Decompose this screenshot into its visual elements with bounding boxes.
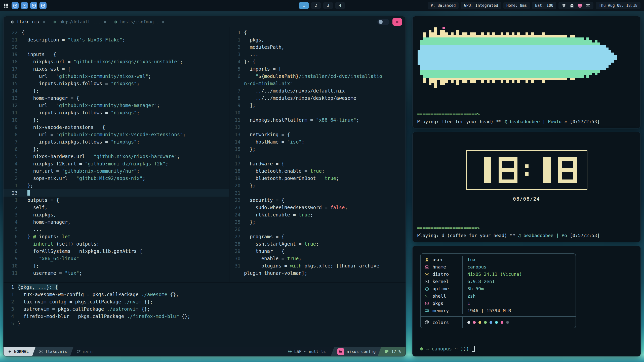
code-text: tux-nvim-config = pkgs.callPackage ./nvi… <box>18 298 153 305</box>
line-number: 1 <box>4 291 18 298</box>
workspace-button-1[interactable]: 1 <box>299 2 309 9</box>
window-controls <box>377 18 402 26</box>
fetch-label-cell: pkgs <box>421 300 463 307</box>
code-text: home-manager = { <box>22 95 79 102</box>
launcher-icon[interactable] <box>4 3 9 8</box>
code-text: }: { <box>244 58 256 65</box>
text-segment: nixos-hardware.url = <box>22 154 94 159</box>
code-line: 1 outputs = { <box>4 197 229 204</box>
pane-flake-nix[interactable]: 22{21 description = "tux's NixOS Flake";… <box>4 27 229 282</box>
workspace-button-3[interactable]: 3 <box>323 2 333 9</box>
line-number: 18 <box>4 58 22 65</box>
fetch-value: tux <box>463 256 476 263</box>
workspace-button-4[interactable]: 4 <box>335 2 345 9</box>
text-segment: {}; <box>179 313 190 319</box>
code-text: firefox-mod-blur = pkgs.callPackage ./fi… <box>18 313 190 320</box>
viz-bar <box>553 20 556 95</box>
fetch-label: distro <box>432 272 449 277</box>
text-segment: Playing: d (coffee for your head) ** <box>417 233 518 238</box>
code-line: 23 <box>4 189 229 197</box>
code-line: 13 home-manager = { <box>4 95 229 102</box>
git-branch: main <box>74 347 97 356</box>
taskbar-item-2[interactable] <box>21 2 28 9</box>
code-line: 2 modulesPath, <box>229 43 406 51</box>
viz-bar <box>514 20 517 95</box>
line-number: 26 <box>229 226 244 233</box>
code-line: 9 ]; <box>229 102 406 109</box>
text-segment: inputs.nixpkgs.follows = <box>22 81 111 86</box>
editor-tab[interactable]: flake.nix <box>7 18 49 26</box>
clock-module[interactable]: Thu Aug 08, 18:18 <box>596 2 640 9</box>
taskbar-item-1[interactable] <box>12 2 19 9</box>
text-segment: "github:Mic92/sops-nix" <box>76 175 142 181</box>
line-number: 5 <box>4 153 22 160</box>
text-segment: Playing: ffee for your head) ** <box>417 119 504 124</box>
code-line: 3 astronvim = pkgs.callPackage ./astronv… <box>4 305 406 313</box>
viz-bar <box>490 20 492 95</box>
fetch-label-cell: shell <box>421 292 463 300</box>
text-segment: true <box>299 212 310 217</box>
toggle-switch[interactable] <box>377 19 389 25</box>
cursor <box>27 190 30 196</box>
window-close-button[interactable] <box>392 18 402 26</box>
viz-bar <box>611 20 614 95</box>
code-line: 4}: { <box>229 58 406 65</box>
tab-close-icon[interactable] <box>103 20 107 24</box>
pane-iso-image[interactable]: 1{1 pkgs,2 modulesPath,3 ...4}: {5 impor… <box>229 27 406 282</box>
code-line: 5 imports = [ <box>229 65 406 73</box>
viz-bar <box>467 20 470 95</box>
viz-bar <box>570 20 573 95</box>
tab-close-icon[interactable] <box>162 20 165 24</box>
code-line: 30 enable = true; <box>229 255 406 262</box>
workspace-button-2[interactable]: 2 <box>311 2 321 9</box>
code-line: 11 username = "tux"; <box>4 269 229 277</box>
viz-bar <box>501 20 503 95</box>
display-icon[interactable] <box>578 3 582 8</box>
text-segment: ) <box>460 346 463 351</box>
statusline: NORMAL flake.nix main LSP ~ null-ls nixo… <box>4 347 406 356</box>
code-text: bluetooth.powerOnBoot = true; <box>244 175 339 182</box>
line-number: 11 <box>4 269 22 277</box>
terminal-prompt[interactable]: ❄ → canopus ~ ))) <box>420 346 640 356</box>
clock-digit <box>536 157 555 183</box>
text-segment: inputs.nixpkgs.follows = <box>22 110 111 115</box>
viz-bar <box>451 20 454 95</box>
kbd-icon[interactable] <box>586 3 590 8</box>
color-dot <box>484 321 487 324</box>
fetch-value: zsh <box>463 292 476 300</box>
text-segment: ./nvim <box>124 299 141 304</box>
fetch-label: uptime <box>432 286 449 291</box>
editor-tab[interactable]: pkgs/default ... <box>50 18 110 26</box>
line-number: 3 <box>4 305 18 313</box>
taskbar-item-4[interactable] <box>39 2 47 9</box>
viz-bar <box>528 20 531 95</box>
pane-pkgs-default[interactable]: 1{pkgs, ...}: {1 tux-awesome-wm-config =… <box>4 283 406 347</box>
wifi-icon[interactable] <box>561 3 566 8</box>
tab-close-icon[interactable] <box>43 20 46 24</box>
text-segment: ; <box>302 139 304 145</box>
topbar-left <box>4 2 47 9</box>
code-text: plugin thunar-volman]; <box>244 269 307 277</box>
viz-bar <box>575 20 578 95</box>
text-segment: plugin thunar-volman]; <box>244 270 307 276</box>
text-segment: nixos-wsl = { <box>22 66 70 72</box>
code-text: sops-nix.url = "github:Mic92/sops-nix"; <box>22 175 145 182</box>
taskbar-item-3[interactable] <box>30 2 37 9</box>
fetch-colors-row: colors <box>421 316 576 328</box>
editor-tab[interactable]: hosts/isoImag.. <box>111 18 168 26</box>
line-number: 2 <box>4 175 22 182</box>
viz-bar <box>426 20 429 95</box>
viz-bar <box>440 20 442 95</box>
code-text: nixos-hardware.url = "github:nixos/nixos… <box>22 153 180 160</box>
code-line: 1{ <box>229 29 406 36</box>
text-segment: ./firefox-mod-blur <box>127 313 179 319</box>
ghost-icon[interactable] <box>570 3 574 8</box>
mode-label: NORMAL <box>14 349 29 354</box>
text-segment: "iso" <box>287 139 302 145</box>
line-number: 20 <box>229 182 244 189</box>
text-segment: url = <box>22 103 56 108</box>
line-number: 6 <box>229 73 244 80</box>
code-line: 20 <box>4 43 229 51</box>
statusline-file: flake.nix <box>32 347 74 356</box>
code-line: 4 firefox-mod-blur = pkgs.callPackage ./… <box>4 313 406 320</box>
